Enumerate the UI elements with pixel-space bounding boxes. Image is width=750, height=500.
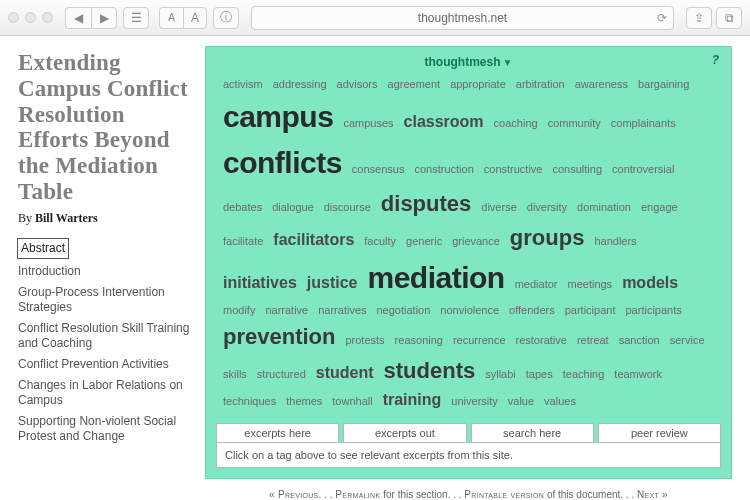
tag-constructive[interactable]: constructive [484, 161, 543, 178]
close-window-icon[interactable] [8, 12, 19, 23]
tab-excerpts-out[interactable]: excerpts out [343, 423, 466, 443]
tag-students[interactable]: students [384, 354, 476, 388]
tag-nonviolence[interactable]: nonviolence [440, 302, 499, 319]
tag-controversial[interactable]: controversial [612, 161, 674, 178]
tag-student[interactable]: student [316, 361, 374, 386]
tag-participants[interactable]: participants [625, 302, 681, 319]
tag-models[interactable]: models [622, 271, 678, 296]
tag-themes[interactable]: themes [286, 393, 322, 410]
tag-offenders[interactable]: offenders [509, 302, 555, 319]
tag-diverse[interactable]: diverse [481, 199, 516, 216]
tag-construction[interactable]: construction [414, 161, 473, 178]
tag-groups[interactable]: groups [510, 221, 585, 255]
tag-coaching[interactable]: coaching [494, 115, 538, 132]
tag-campus[interactable]: campus [223, 94, 333, 141]
tag-techniques[interactable]: techniques [223, 393, 276, 410]
tag-discourse[interactable]: discourse [324, 199, 371, 216]
tag-skills[interactable]: skills [223, 366, 247, 383]
tag-community[interactable]: community [548, 115, 601, 132]
tag-sanction[interactable]: sanction [619, 332, 660, 349]
tag-facilitators[interactable]: facilitators [273, 228, 354, 253]
tag-university[interactable]: university [451, 393, 497, 410]
tag-grievance[interactable]: grievance [452, 233, 500, 250]
tag-restorative[interactable]: restorative [516, 332, 567, 349]
tag-meetings[interactable]: meetings [567, 276, 612, 293]
tag-service[interactable]: service [670, 332, 705, 349]
tag-narrative[interactable]: narrative [265, 302, 308, 319]
tag-arbitration[interactable]: arbitration [516, 76, 565, 93]
tag-addressing[interactable]: addressing [273, 76, 327, 93]
tag-awareness[interactable]: awareness [575, 76, 628, 93]
back-button[interactable]: ◀ [65, 7, 91, 29]
text-larger-button[interactable]: A [183, 7, 207, 29]
sidebar-item[interactable]: Supporting Non-violent Social Protest an… [18, 411, 191, 447]
tag-initiatives[interactable]: initiatives [223, 271, 297, 296]
tag-structured[interactable]: structured [257, 366, 306, 383]
tag-engage[interactable]: engage [641, 199, 678, 216]
tag-generic[interactable]: generic [406, 233, 442, 250]
tag-dialogue[interactable]: dialogue [272, 199, 314, 216]
next-link[interactable]: Next » [637, 489, 668, 500]
tag-agreement[interactable]: agreement [388, 76, 441, 93]
sidebar-toggle-button[interactable]: ☰ [123, 7, 149, 29]
tag-disputes[interactable]: disputes [381, 187, 471, 221]
tag-advisors[interactable]: advisors [337, 76, 378, 93]
sidebar-item[interactable]: Conflict Resolution Skill Training and C… [18, 318, 191, 354]
permalink-link[interactable]: Permalink [335, 489, 380, 500]
printable-link[interactable]: Printable version [464, 489, 544, 500]
share-button[interactable]: ⇪ [686, 7, 712, 29]
tag-facilitate[interactable]: facilitate [223, 233, 263, 250]
sidebar-item[interactable]: Conflict Prevention Activities [18, 354, 191, 375]
forward-button[interactable]: ▶ [91, 7, 117, 29]
tag-classroom[interactable]: classroom [404, 110, 484, 135]
tab-excerpts-here[interactable]: excerpts here [216, 423, 339, 443]
tag-mediation[interactable]: mediation [368, 255, 505, 302]
tag-faculty[interactable]: faculty [364, 233, 396, 250]
tag-debates[interactable]: debates [223, 199, 262, 216]
tag-protests[interactable]: protests [345, 332, 384, 349]
tag-modify[interactable]: modify [223, 302, 255, 319]
thoughtmesh-header[interactable]: thoughtmesh▼ ? [216, 53, 721, 73]
help-icon[interactable]: ? [712, 53, 719, 67]
tag-handlers[interactable]: handlers [594, 233, 636, 250]
tag-reasoning[interactable]: reasoning [395, 332, 443, 349]
reload-icon[interactable]: ⟳ [657, 11, 667, 25]
tag-mediator[interactable]: mediator [515, 276, 558, 293]
tag-teaching[interactable]: teaching [563, 366, 605, 383]
reader-info-button[interactable]: ⓘ [213, 7, 239, 29]
address-bar[interactable]: thoughtmesh.net ⟳ [251, 6, 674, 30]
tabs-button[interactable]: ⧉ [716, 7, 742, 29]
tag-teamwork[interactable]: teamwork [614, 366, 662, 383]
minimize-window-icon[interactable] [25, 12, 36, 23]
tab-peer-review[interactable]: peer review [598, 423, 721, 443]
tab-search-here[interactable]: search here [471, 423, 594, 443]
text-smaller-button[interactable]: A [159, 7, 183, 29]
tag-diversity[interactable]: diversity [527, 199, 567, 216]
tag-campuses[interactable]: campuses [343, 115, 393, 132]
tag-recurrence[interactable]: recurrence [453, 332, 506, 349]
tag-conflicts[interactable]: conflicts [223, 140, 342, 187]
tag-justice[interactable]: justice [307, 271, 358, 296]
tag-value[interactable]: value [508, 393, 534, 410]
tag-narratives[interactable]: narratives [318, 302, 366, 319]
tag-domination[interactable]: domination [577, 199, 631, 216]
tag-appropriate[interactable]: appropriate [450, 76, 506, 93]
sidebar-item[interactable]: Introduction [18, 261, 191, 282]
tag-bargaining[interactable]: bargaining [638, 76, 689, 93]
tag-retreat[interactable]: retreat [577, 332, 609, 349]
sidebar-item[interactable]: Abstract [18, 236, 191, 261]
tag-consulting[interactable]: consulting [552, 161, 602, 178]
tag-negotiation[interactable]: negotiation [377, 302, 431, 319]
tag-tapes[interactable]: tapes [526, 366, 553, 383]
tag-townhall[interactable]: townhall [332, 393, 372, 410]
tag-training[interactable]: training [383, 388, 442, 413]
sidebar-item[interactable]: Group-Process Intervention Strategies [18, 282, 191, 318]
tag-prevention[interactable]: prevention [223, 320, 335, 354]
tag-consensus[interactable]: consensus [352, 161, 405, 178]
sidebar-item[interactable]: Changes in Labor Relations on Campus [18, 375, 191, 411]
tag-complainants[interactable]: complainants [611, 115, 676, 132]
prev-link[interactable]: « Previous [269, 489, 319, 500]
tag-values[interactable]: values [544, 393, 576, 410]
tag-participant[interactable]: participant [565, 302, 616, 319]
tag-syllabi[interactable]: syllabi [485, 366, 516, 383]
